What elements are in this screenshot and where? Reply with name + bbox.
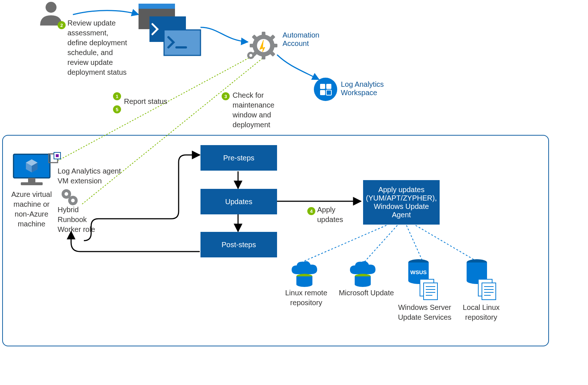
updates-box: Updates <box>200 189 277 214</box>
svg-point-48 <box>355 282 371 287</box>
svg-point-26 <box>249 54 252 57</box>
portal-icons <box>139 4 204 62</box>
svg-rect-19 <box>272 44 277 47</box>
svg-point-40 <box>65 192 68 196</box>
cloud-db-icon-2 <box>346 260 379 289</box>
local-linux-label: Local Linux repository <box>457 303 505 322</box>
svg-point-45 <box>296 282 312 287</box>
wsus-icon: WSUS <box>404 258 444 302</box>
step-badge-1: 1 <box>113 92 121 100</box>
svg-rect-54 <box>424 283 437 300</box>
wsus-label: Windows Server Update Services <box>394 303 456 322</box>
local-linux-icon <box>462 258 502 302</box>
svg-rect-17 <box>262 54 265 59</box>
log-analytics-workspace-icon <box>313 77 338 102</box>
svg-rect-11 <box>139 4 175 9</box>
svg-rect-29 <box>326 84 331 89</box>
log-analytics-workspace-label: Log Analytics Workspace <box>341 80 399 97</box>
svg-rect-13 <box>164 30 200 55</box>
svg-point-42 <box>71 199 75 202</box>
cloud-db-icon-1 <box>288 260 321 289</box>
svg-rect-34 <box>28 178 35 182</box>
step-badge-5: 5 <box>113 105 121 113</box>
svg-text:WSUS: WSUS <box>410 269 427 275</box>
apply-updates-box: Apply updates (YUM/APT/ZYPHER), Windows … <box>363 180 440 225</box>
ms-update-label: Microsoft Update <box>335 288 397 298</box>
pre-steps-box: Pre-steps <box>200 145 277 171</box>
svg-rect-28 <box>320 84 325 89</box>
la-agent-icon <box>47 152 62 167</box>
la-agent-label: Log Analytics agent VM extension <box>58 166 131 186</box>
svg-rect-38 <box>56 154 59 157</box>
report-status-label: Report status <box>124 97 167 106</box>
step2-label: Review update assessment, define deploym… <box>67 18 129 77</box>
automation-account-icon <box>244 29 280 66</box>
vm-label: Azure virtual machine or non-Azure machi… <box>9 190 54 229</box>
svg-rect-63 <box>482 283 496 300</box>
hybrid-worker-label: Hybrid Runbook Worker role <box>58 205 101 234</box>
step-badge-2: 2 <box>58 21 66 29</box>
svg-point-9 <box>46 2 57 13</box>
step4-label: Apply updates <box>317 205 346 225</box>
svg-rect-16 <box>262 32 265 37</box>
svg-point-27 <box>314 78 337 101</box>
automation-account-label: Automation Account <box>283 31 330 48</box>
svg-rect-35 <box>21 182 43 185</box>
linux-remote-label: Linux remote repository <box>281 288 332 308</box>
post-steps-box: Post-steps <box>200 232 277 257</box>
step3-label: Check for maintenance window and deploym… <box>233 90 284 130</box>
step-badge-4: 4 <box>307 207 315 215</box>
diagram-canvas: 2 Review update assessment, define deplo… <box>0 0 588 385</box>
step-badge-3: 3 <box>222 92 230 100</box>
vm-icon <box>12 152 52 189</box>
svg-rect-18 <box>250 44 255 47</box>
svg-rect-30 <box>320 90 325 95</box>
